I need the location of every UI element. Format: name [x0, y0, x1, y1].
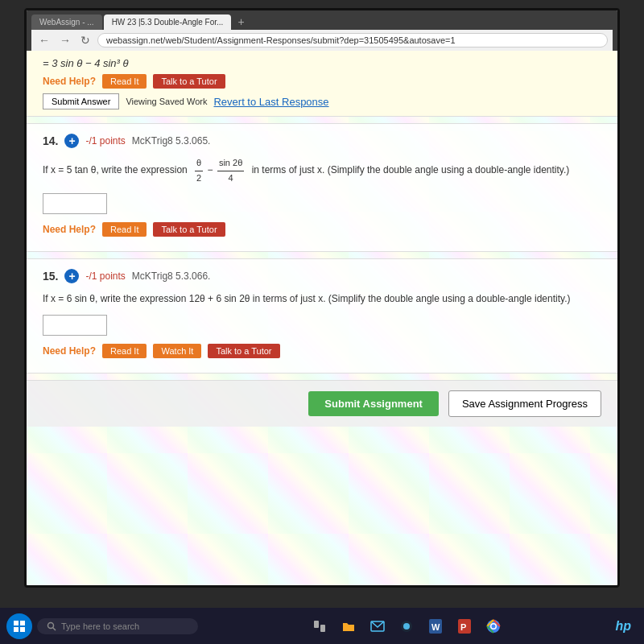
question-14-number: 14.	[43, 134, 58, 147]
svg-text:P: P	[460, 622, 466, 632]
back-button[interactable]: ←	[36, 34, 52, 47]
chrome-icon[interactable]	[482, 615, 505, 638]
question-15-header: 15. + -/1 points McKTrig8 5.3.066.	[43, 269, 601, 283]
mail-icon[interactable]	[366, 615, 389, 638]
prev-need-help-label: Need Help?	[43, 76, 96, 87]
address-bar[interactable]: webassign.net/web/Student/Assignment-Res…	[97, 33, 608, 47]
question-14-need-help-label: Need Help?	[43, 224, 96, 235]
taskbar: Type here to search	[0, 608, 644, 644]
start-button[interactable]	[6, 613, 32, 639]
question-15-watch-it-button[interactable]: Watch It	[153, 344, 201, 358]
fraction-theta-2: θ 2	[195, 156, 203, 185]
svg-rect-1	[20, 621, 25, 625]
tab-hw23[interactable]: HW 23 |5.3 Double-Angle For...	[104, 14, 232, 30]
refresh-button[interactable]: ↻	[78, 34, 93, 47]
steam-icon[interactable]	[395, 615, 418, 638]
prev-talk-tutor-button[interactable]: Talk to a Tutor	[153, 74, 225, 89]
word-icon[interactable]: W	[424, 615, 447, 638]
viewing-saved-work-text: Viewing Saved Work	[126, 97, 207, 106]
prev-submit-answer-button[interactable]: Submit Answer	[43, 93, 119, 109]
submit-assignment-button[interactable]: Submit Assignment	[308, 391, 439, 416]
question-14-points: -/1 points	[85, 135, 125, 147]
svg-line-5	[53, 627, 56, 630]
forward-button[interactable]: →	[57, 34, 73, 47]
question-15-need-help-label: Need Help?	[43, 345, 96, 357]
question-15-section: 15. + -/1 points McKTrig8 5.3.066. If x …	[27, 258, 617, 374]
svg-rect-6	[314, 621, 319, 628]
taskbar-search-box[interactable]: Type here to search	[37, 618, 198, 634]
fraction-sin2theta-4: sin 2θ 4	[217, 156, 244, 185]
question-14-talk-tutor-button[interactable]: Talk to a Tutor	[153, 222, 225, 237]
svg-rect-2	[14, 627, 19, 632]
question-14-plus-icon: +	[64, 134, 79, 148]
prev-submit-row: Submit Answer Viewing Saved Work Revert …	[43, 93, 601, 109]
task-view-icon[interactable]	[308, 615, 331, 638]
question-14-answer-input[interactable]	[43, 193, 107, 214]
question-14-problem-id: McKTrig8 5.3.065.	[132, 135, 211, 147]
question-14-need-help-row: Need Help? Read It Talk to a Tutor	[43, 222, 601, 237]
question-15-need-help-row: Need Help? Read It Watch It Talk to a Tu…	[43, 344, 601, 358]
taskbar-icons: W P	[308, 615, 505, 638]
question-15-number: 15.	[43, 270, 58, 283]
hp-logo: hp	[615, 619, 638, 634]
file-explorer-icon[interactable]	[337, 615, 360, 638]
question-15-text: If x = 6 sin θ, write the expression 12θ…	[43, 291, 601, 307]
page-content: = 3 sin θ − 4 sin³ θ Need Help? Read It …	[27, 51, 617, 585]
prev-math-expression: = 3 sin θ − 4 sin³ θ	[43, 57, 601, 69]
question-15-answer-input[interactable]	[43, 315, 107, 336]
tab-add-button[interactable]: +	[233, 14, 249, 30]
prev-need-help-row: Need Help? Read It Talk to a Tutor	[43, 74, 601, 89]
tab-webassign[interactable]: WebAssign - ...	[31, 14, 102, 30]
svg-rect-7	[320, 625, 325, 632]
tab-bar: WebAssign - ... HW 23 |5.3 Double-Angle …	[31, 14, 613, 30]
prev-question-section: = 3 sin θ − 4 sin³ θ Need Help? Read It …	[27, 51, 617, 117]
question-15-points: -/1 points	[85, 270, 125, 282]
svg-rect-0	[14, 621, 19, 625]
svg-point-17	[492, 624, 496, 628]
question-14-read-it-button[interactable]: Read It	[102, 222, 147, 237]
question-15-plus-icon: +	[64, 269, 79, 283]
save-assignment-progress-button[interactable]: Save Assignment Progress	[448, 390, 601, 417]
svg-rect-3	[20, 627, 25, 632]
browser-chrome: WebAssign - ... HW 23 |5.3 Double-Angle …	[27, 10, 617, 51]
revert-link[interactable]: Revert to Last Response	[213, 96, 328, 108]
question-14-header: 14. + -/1 points McKTrig8 5.3.065.	[43, 134, 601, 148]
svg-point-10	[403, 623, 410, 630]
powerpoint-icon[interactable]: P	[453, 615, 476, 638]
svg-point-4	[48, 622, 54, 628]
question-14-text: If x = 5 tan θ, write the expression θ 2…	[43, 156, 601, 185]
bottom-action-bar: Submit Assignment Save Assignment Progre…	[27, 380, 617, 427]
address-bar-row: ← → ↻ webassign.net/web/Student/Assignme…	[31, 30, 613, 51]
svg-text:W: W	[431, 622, 440, 632]
question-15-talk-tutor-button[interactable]: Talk to a Tutor	[208, 344, 279, 358]
question-15-read-it-button[interactable]: Read It	[102, 344, 147, 358]
prev-read-it-button[interactable]: Read It	[102, 74, 147, 89]
question-14-section: 14. + -/1 points McKTrig8 5.3.065. If x …	[27, 123, 617, 252]
taskbar-search-placeholder: Type here to search	[61, 621, 139, 631]
question-15-problem-id: McKTrig8 5.3.066.	[132, 270, 211, 282]
